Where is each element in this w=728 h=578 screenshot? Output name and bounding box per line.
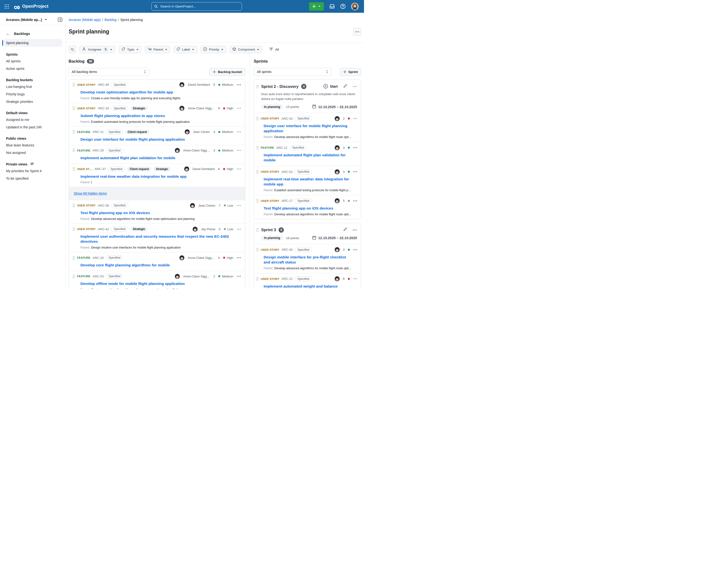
user-avatar[interactable]	[351, 3, 359, 10]
drag-handle-icon[interactable]	[256, 199, 259, 203]
sprint-edit-button[interactable]	[343, 84, 347, 89]
notifications-inbox-button[interactable]	[329, 4, 335, 9]
drag-handle-icon[interactable]	[256, 117, 259, 120]
sidebar-item-assigned-to-me[interactable]: Assigned to me	[0, 116, 66, 123]
assignee-avatar[interactable]	[335, 198, 340, 203]
sprint-more-menu-button[interactable]	[353, 86, 357, 88]
assignee-avatar[interactable]	[179, 255, 184, 260]
drag-handle-icon[interactable]	[73, 83, 75, 86]
filter-chip-label[interactable]: Label	[173, 46, 197, 53]
item-more-menu-button[interactable]	[237, 275, 241, 277]
sidebar-item-strategic-priorities[interactable]: Strategic priorities	[0, 98, 66, 105]
assignee-avatar[interactable]	[179, 82, 184, 87]
drag-handle-icon[interactable]	[73, 204, 75, 207]
item-more-menu-button[interactable]	[353, 147, 358, 149]
sidebar-item-my-priorities-for-sprint-4[interactable]: My priorities for Sprint 4	[0, 167, 66, 175]
project-selector[interactable]: Arcanos (Mobile ap...)	[6, 18, 42, 22]
assignee-avatar[interactable]	[335, 145, 340, 150]
work-item-title-link[interactable]: Implement automated weight and balance c…	[264, 284, 353, 289]
filter-chip-type[interactable]: Type	[119, 46, 141, 53]
assignee-avatar[interactable]	[184, 167, 189, 172]
drag-handle-icon[interactable]	[73, 149, 75, 152]
assignee-avatar[interactable]	[190, 203, 195, 208]
work-item-row[interactable]: FEATURE ARC-29 Specified Anne-Claire Sig…	[69, 145, 245, 164]
work-item-title-link[interactable]: Submit flight planning application to ap…	[80, 114, 239, 119]
global-search-input[interactable]	[160, 4, 239, 8]
work-item-title-link[interactable]: Implement automated flight plan validati…	[264, 153, 353, 163]
drag-handle-icon[interactable]	[256, 277, 259, 281]
filter-chip-parent[interactable]: Parent	[145, 46, 171, 53]
work-item-title-link[interactable]: Design mobile interface for pre-flight c…	[264, 255, 353, 265]
drag-handle-icon[interactable]	[73, 106, 75, 110]
sidebar-item-blue-team-features[interactable]: Blue team features	[0, 141, 66, 149]
item-more-menu-button[interactable]	[353, 278, 358, 280]
work-item-row[interactable]: USER STORY ARC-17 Specified 5 Test fligh…	[254, 195, 361, 219]
filter-all-toggle[interactable]: All	[269, 47, 279, 52]
drag-handle-icon[interactable]	[256, 170, 259, 174]
work-item-row[interactable]: USER STORY ARC-12 Specified 8 Implement …	[254, 273, 361, 289]
page-more-menu-button[interactable]	[353, 28, 361, 36]
work-item-title-link[interactable]: Implement real-time weather data integra…	[80, 174, 239, 179]
work-item-row[interactable]: FEATURE ARC-21 Specified Client request …	[69, 127, 245, 145]
back-arrow-icon[interactable]: ←	[6, 31, 10, 36]
item-more-menu-button[interactable]	[237, 131, 241, 133]
sprint-start-button[interactable]: Start	[323, 84, 338, 89]
work-item-row[interactable]: FEATURE ARC-12 Specified 3 Implement aut…	[254, 142, 361, 166]
work-item-title-link[interactable]: Implement user authentication and securi…	[80, 234, 239, 244]
item-more-menu-button[interactable]	[237, 84, 241, 86]
item-more-menu-button[interactable]	[237, 150, 241, 151]
drag-handle-icon[interactable]	[73, 227, 75, 231]
sidebar-item-priority-bugs[interactable]: Priority bugs	[0, 90, 66, 98]
global-search[interactable]	[151, 2, 242, 10]
drag-handle-icon[interactable]	[256, 228, 259, 232]
work-item-row[interactable]: USER ST… ARC-37 Specified Client request…	[69, 164, 245, 187]
item-more-menu-button[interactable]	[237, 205, 241, 207]
work-item-title-link[interactable]: Develop offline mode for mobile flight p…	[80, 281, 239, 286]
assignee-avatar[interactable]	[185, 129, 190, 134]
assignee-avatar[interactable]	[335, 247, 340, 252]
drag-handle-icon[interactable]	[73, 130, 75, 134]
assignee-avatar[interactable]	[335, 276, 340, 281]
work-item-row[interactable]: USER STORY ARC-43 Specified 2 Design use…	[254, 113, 361, 142]
openproject-logo[interactable]: OpenProject	[14, 3, 48, 10]
assignee-avatar[interactable]	[335, 116, 340, 121]
item-more-menu-button[interactable]	[353, 118, 358, 120]
show-hidden-items-link[interactable]: Show 89 hidden items	[74, 192, 107, 195]
sidebar-item-active-sprint[interactable]: Active sprint	[0, 65, 66, 72]
work-item-title-link[interactable]: Test flight planning app on iOS devices	[80, 210, 239, 216]
item-more-menu-button[interactable]	[353, 171, 358, 173]
add-sprint-button[interactable]: Sprint	[340, 68, 361, 76]
work-item-row[interactable]: FEATURE ARC-03 Specified Anne-Claire Sig…	[69, 271, 245, 289]
sidebar-item-low-hanging-fruit[interactable]: Low-hanging fruit	[0, 83, 66, 90]
backlog-items-select[interactable]: All backlog items	[69, 68, 149, 76]
assignee-avatar[interactable]	[175, 274, 180, 279]
work-item-row[interactable]: USER STORY ARC-08 Specified Jean Cérien …	[69, 200, 245, 224]
filter-chip-assignee[interactable]: Assignee 5	[79, 46, 115, 53]
sidebar-item-sprint-planning[interactable]: Sprint planning	[4, 39, 62, 47]
item-more-menu-button[interactable]	[237, 228, 241, 230]
breadcrumb-link[interactable]: Arcanos (Mobile app)	[69, 18, 101, 22]
item-more-menu-button[interactable]	[353, 249, 358, 251]
sprint-more-menu-button[interactable]	[353, 229, 357, 231]
work-item-title-link[interactable]: Test flight planning app on iOS devices	[264, 206, 353, 211]
filter-search-button[interactable]	[69, 46, 76, 53]
work-item-row[interactable]: USER STORY ARC-53 Specified 3 Implement …	[254, 166, 361, 195]
filter-chip-priority[interactable]: Priority	[200, 46, 226, 53]
sprints-select[interactable]: All sprints	[254, 68, 331, 76]
breadcrumb-link[interactable]: Backlog	[104, 18, 116, 22]
apps-grid-icon[interactable]	[3, 3, 10, 10]
item-more-menu-button[interactable]	[237, 257, 241, 259]
assignee-avatar[interactable]	[175, 148, 180, 153]
filter-chip-component[interactable]: Component	[229, 46, 262, 53]
item-more-menu-button[interactable]	[237, 168, 241, 170]
work-item-row[interactable]: USER STORY ARC-18 Specified Strategic An…	[69, 103, 245, 127]
assignee-avatar[interactable]	[179, 106, 184, 111]
sidebar-item-to-be-specified[interactable]: To be specified	[0, 175, 66, 182]
work-item-row[interactable]: FEATURE ARC-33 Specified Anne-Claire Sig…	[69, 252, 245, 271]
drag-handle-icon[interactable]	[256, 248, 259, 251]
project-selector-caret-icon[interactable]	[45, 19, 47, 21]
sprint-edit-button[interactable]	[343, 227, 347, 232]
item-more-menu-button[interactable]	[353, 200, 358, 202]
work-item-title-link[interactable]: Implement automated flight plan validati…	[80, 156, 239, 161]
sidebar-item-updated-in-the-past-24h[interactable]: Updated in the past 24h	[0, 123, 66, 131]
